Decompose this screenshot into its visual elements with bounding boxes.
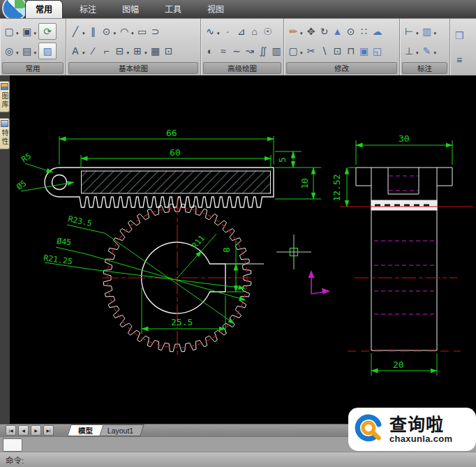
break-icon[interactable]: ✂: [305, 43, 318, 59]
polygon-icon[interactable]: ⌂: [248, 24, 261, 39]
ribbon-group-label[interactable]: 基本绘图: [68, 62, 198, 74]
preview-icon[interactable]: ⟳: [38, 23, 57, 40]
move-icon[interactable]: ✥: [305, 24, 318, 39]
rectangle-icon[interactable]: ▭: [136, 24, 149, 39]
titlebar-tab-home[interactable]: 常用: [25, 0, 63, 18]
ellipse-icon[interactable]: ☉: [262, 24, 274, 39]
parallel-icon[interactable]: ∥: [87, 24, 100, 39]
table-icon[interactable]: ⊟: [114, 43, 126, 59]
array-icon[interactable]: ∷: [358, 24, 371, 39]
zoom-dropdown-icon[interactable]: ▾: [16, 50, 19, 56]
table-dropdown-icon[interactable]: ▾: [127, 50, 130, 56]
image-frame-dropdown-icon[interactable]: ▾: [434, 31, 437, 36]
rotate-icon[interactable]: ↻: [318, 24, 331, 39]
display-icon[interactable]: ▨: [38, 43, 57, 59]
grid-icon[interactable]: ▦: [149, 43, 162, 59]
ribbon-group-label[interactable]: 修改: [286, 62, 397, 74]
titlebar-tab-tools[interactable]: 工具: [156, 0, 191, 18]
dim-66: 66: [166, 128, 177, 138]
erase-icon[interactable]: ✏: [287, 24, 299, 39]
edit-annotation-dropdown-icon[interactable]: ▾: [434, 50, 437, 56]
sheet-nav-last-button[interactable]: ▶|: [43, 425, 54, 436]
formula-curve-icon[interactable]: ∬: [257, 43, 269, 59]
dim-r21-25: R21.25: [43, 253, 73, 267]
drawing-canvas[interactable]: 66 60 5 10 R5 Ø5 R23.5 Ø45 R21.25 R11 8 …: [10, 75, 476, 424]
watermark-domain: chaxunla.com: [389, 433, 452, 444]
status-bar: 命令:: [0, 452, 476, 467]
spline-dropdown-icon[interactable]: ▾: [217, 31, 220, 36]
hatch-icon[interactable]: ◐: [204, 43, 216, 59]
paste-special-icon[interactable]: ❒: [453, 28, 466, 43]
dimension-icon[interactable]: ⊞: [131, 43, 144, 59]
sheet-nav-prev-button[interactable]: ◀: [18, 425, 29, 436]
mirror-icon[interactable]: ▲: [332, 24, 344, 39]
sheet-tab-model[interactable]: 模型: [67, 424, 104, 436]
image-frame-icon[interactable]: ▥: [421, 24, 433, 39]
sheet-nav-buttons: |◀◀▶▶|: [0, 425, 54, 436]
polyline-icon[interactable]: ⊃: [149, 24, 162, 39]
sketch-icon[interactable]: ⁄: [87, 43, 100, 59]
extend-icon[interactable]: ∖: [318, 43, 331, 59]
ribbon-group-label[interactable]: 高级绘图: [203, 62, 281, 74]
zoom-icon[interactable]: ◎: [3, 43, 15, 59]
ribbon-group-label[interactable]: 常用: [2, 62, 64, 74]
text-icon[interactable]: A: [69, 43, 82, 59]
angle-line-icon[interactable]: ⊿: [235, 24, 248, 39]
stairs-icon[interactable]: ▥: [270, 43, 283, 59]
ribbon-group-label[interactable]: 标注: [402, 62, 447, 74]
erase-dropdown-icon[interactable]: ▾: [300, 31, 303, 36]
circle-icon[interactable]: ⊙: [101, 24, 113, 39]
sheet-tab-layout1[interactable]: Layout1: [96, 424, 144, 436]
datum-dropdown-icon[interactable]: ▾: [416, 50, 419, 56]
edit-annotation-icon[interactable]: ✎: [421, 43, 433, 59]
crop-icon[interactable]: ⊓: [345, 43, 357, 59]
new-file-dropdown-icon[interactable]: ▾: [16, 31, 19, 36]
arc-dropdown-icon[interactable]: ▾: [131, 31, 134, 36]
properties-icon: [1, 120, 8, 127]
dim-20: 20: [393, 359, 404, 370]
watermark: 查询啦 chaxunla.com: [348, 408, 476, 451]
dim-60: 60: [170, 147, 181, 158]
curve-icon[interactable]: ∼: [230, 43, 243, 59]
text-dropdown-icon[interactable]: ▾: [82, 50, 85, 56]
arc-icon[interactable]: ◠: [118, 24, 131, 39]
select-box-icon[interactable]: ▢: [287, 43, 299, 59]
pan-icon[interactable]: ▤: [21, 43, 34, 59]
region-icon[interactable]: ⊡: [163, 43, 175, 59]
spline-icon[interactable]: ∿: [204, 24, 216, 39]
line-icon[interactable]: ╱: [69, 24, 82, 39]
dimension-dropdown-icon[interactable]: ▾: [144, 50, 147, 56]
pan-dropdown-icon[interactable]: ▾: [34, 50, 37, 56]
stretch-icon[interactable]: ⊡: [332, 43, 344, 59]
revision-cloud-icon[interactable]: ☁: [371, 24, 384, 39]
titlebar-tab-annotate[interactable]: 标注: [70, 0, 105, 18]
open-file-dropdown-icon[interactable]: ▾: [34, 31, 37, 36]
corner-icon[interactable]: ◱: [371, 43, 384, 59]
arrow-line-icon[interactable]: ↝: [244, 43, 256, 59]
wave-line-icon[interactable]: ≈: [217, 43, 230, 59]
watermark-title: 查询啦: [389, 415, 452, 433]
dim-8: 8: [221, 247, 232, 253]
side-tab-properties[interactable]: 特性: [0, 118, 10, 149]
linear-dimension-dropdown-icon[interactable]: ▾: [416, 31, 419, 36]
circle-dropdown-icon[interactable]: ▾: [114, 31, 117, 36]
linear-dimension-icon[interactable]: ⊢: [403, 24, 415, 39]
command-input[interactable]: [3, 438, 22, 452]
titlebar-tab-view[interactable]: 视图: [198, 0, 233, 18]
titlebar-tab-sheet[interactable]: 图幅: [113, 0, 148, 18]
leader-icon[interactable]: ⌐: [101, 43, 113, 59]
side-tab-library[interactable]: 图库: [0, 81, 10, 112]
dim-25-5: 25.5: [171, 317, 193, 327]
copy-object-icon[interactable]: ▣: [358, 43, 371, 59]
point-icon[interactable]: ∙: [222, 24, 235, 39]
circular-array-icon[interactable]: ⊙: [345, 24, 357, 39]
new-file-icon[interactable]: ▢: [3, 24, 15, 39]
select-box-dropdown-icon[interactable]: ▾: [300, 50, 303, 56]
sheet-nav-next-button[interactable]: ▶: [31, 425, 41, 436]
line-dropdown-icon[interactable]: ▾: [82, 31, 85, 36]
line-styles-icon[interactable]: ≡: [453, 52, 466, 68]
dim-dia5: Ø5: [15, 178, 28, 191]
sheet-nav-first-button[interactable]: |◀: [6, 425, 16, 436]
datum-icon[interactable]: ⊥: [403, 43, 415, 59]
open-file-icon[interactable]: ▣: [21, 24, 34, 39]
